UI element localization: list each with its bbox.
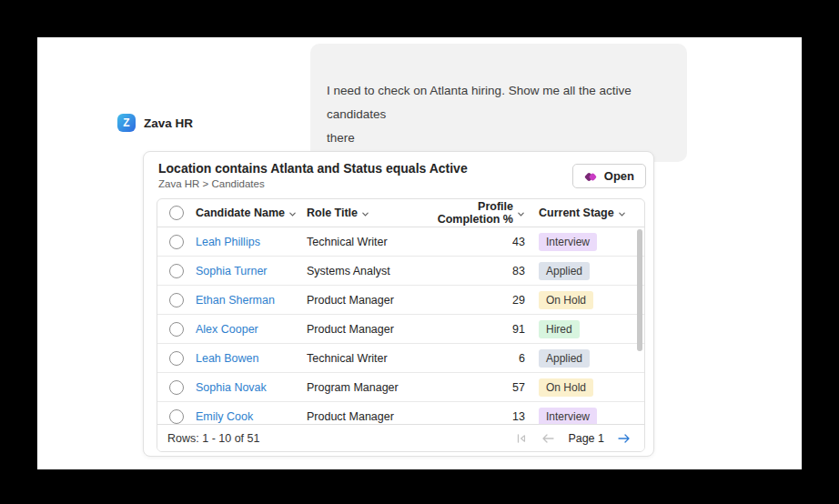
chat-panel: I need to check on Atlanta hiring. Show … [37, 37, 802, 469]
table-footer: Rows: 1 - 10 of 51 Page 1 [157, 424, 644, 451]
column-header-current-stage[interactable]: Current Stage [525, 207, 644, 219]
chevron-down-icon [288, 210, 297, 218]
candidate-name-link[interactable]: Alex Cooper [196, 323, 258, 336]
stage-badge: Applied [539, 349, 590, 368]
chevron-down-icon [517, 210, 525, 218]
user-message-text: I need to check on Atlanta hiring. Show … [327, 84, 632, 145]
candidates-table: Candidate Name Role Title Profile Comple… [157, 198, 645, 452]
role-title-cell: Technical Writer [307, 352, 416, 365]
row-checkbox[interactable] [169, 264, 184, 278]
role-title-cell: Technical Writer [307, 236, 416, 248]
select-all-checkbox[interactable] [169, 206, 184, 220]
chevron-down-icon [618, 210, 626, 218]
previous-page-button[interactable] [541, 433, 555, 444]
row-checkbox[interactable] [169, 293, 184, 307]
rows-count-label: Rows: 1 - 10 of 51 [167, 432, 259, 445]
completion-cell: 83 [416, 265, 525, 277]
table-row[interactable]: Sophia Novak Program Manager 57 On Hold [157, 373, 644, 402]
column-header-role-title[interactable]: Role Title [307, 207, 416, 219]
column-header-candidate-name[interactable]: Candidate Name [196, 207, 307, 219]
role-title-cell: Product Manager [307, 323, 416, 336]
table-row[interactable]: Leah Phillips Technical Writer 43 Interv… [157, 227, 644, 257]
stage-badge: Hired [539, 320, 580, 338]
candidate-name-link[interactable]: Leah Phillips [196, 236, 260, 248]
next-page-button[interactable] [617, 433, 632, 444]
stage-badge: Interview [539, 233, 597, 251]
candidate-name-link[interactable]: Emily Cook [196, 410, 253, 423]
row-checkbox[interactable] [169, 380, 184, 395]
candidate-name-link[interactable]: Leah Bowen [196, 352, 259, 365]
completion-cell: 91 [416, 323, 525, 336]
bot-name: Zava HR [144, 116, 193, 130]
row-checkbox[interactable] [169, 409, 184, 424]
completion-cell: 13 [416, 410, 525, 423]
first-page-button[interactable] [515, 432, 528, 445]
completion-cell: 29 [416, 294, 525, 307]
completion-cell: 57 [416, 381, 525, 394]
zava-hr-avatar: Z [117, 114, 136, 132]
row-checkbox[interactable] [169, 351, 184, 366]
stage-badge: Interview [539, 408, 597, 425]
completion-cell: 6 [416, 352, 525, 365]
bot-header: Z Zava HR [117, 114, 193, 132]
table-header-row: Candidate Name Role Title Profile Comple… [157, 199, 644, 227]
role-title-cell: Product Manager [307, 410, 416, 423]
table-row[interactable]: Emily Cook Product Manager 13 Interview [157, 402, 644, 424]
card-title: Location contains Atlanta and Status equ… [158, 161, 468, 176]
table-row[interactable]: Ethan Sherman Product Manager 29 On Hold [157, 286, 644, 315]
candidate-name-link[interactable]: Sophia Novak [196, 381, 267, 394]
results-card: Location contains Atlanta and Status equ… [143, 151, 654, 457]
row-checkbox[interactable] [169, 235, 184, 249]
column-header-profile-completion[interactable]: Profile Completion % [416, 200, 525, 226]
stage-badge: Applied [539, 262, 590, 280]
power-apps-icon [584, 170, 598, 184]
candidate-name-link[interactable]: Ethan Sherman [196, 294, 275, 307]
table-body: Leah Phillips Technical Writer 43 Interv… [157, 227, 644, 424]
stage-badge: On Hold [539, 291, 593, 309]
table-row[interactable]: Alex Cooper Product Manager 91 Hired [157, 315, 644, 344]
page-label: Page 1 [568, 432, 604, 445]
avatar-letter: Z [123, 116, 129, 129]
role-title-cell: Program Manager [307, 381, 416, 394]
chevron-down-icon [361, 210, 369, 218]
user-message-bubble: I need to check on Atlanta hiring. Show … [310, 44, 687, 162]
candidate-name-link[interactable]: Sophia Turner [196, 265, 268, 277]
table-row[interactable]: Leah Bowen Technical Writer 6 Applied [157, 344, 644, 373]
stage-badge: On Hold [539, 378, 593, 397]
table-scrollbar-thumb[interactable] [637, 229, 642, 351]
completion-cell: 43 [416, 236, 525, 248]
open-button-label: Open [604, 169, 634, 183]
open-button[interactable]: Open [572, 164, 646, 188]
pagination: Page 1 [515, 432, 632, 445]
table-row[interactable]: Sophia Turner Systems Analyst 83 Applied [157, 257, 644, 286]
breadcrumb: Zava HR > Candidates [158, 178, 265, 189]
role-title-cell: Product Manager [307, 294, 416, 307]
row-checkbox[interactable] [169, 322, 184, 337]
role-title-cell: Systems Analyst [307, 265, 416, 277]
